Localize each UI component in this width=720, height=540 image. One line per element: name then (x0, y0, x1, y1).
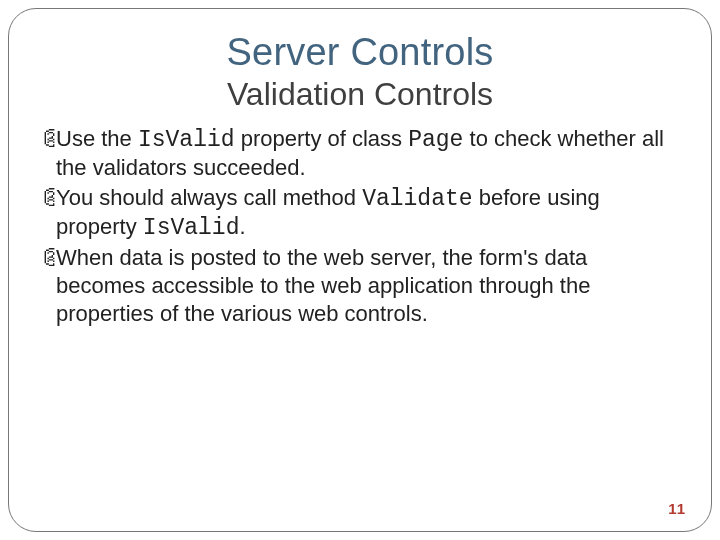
list-item: ༊ You should always call method Validate… (43, 184, 677, 242)
list-item: ༊ Use the IsValid property of class Page… (43, 125, 677, 182)
slide-subtitle: Validation Controls (43, 76, 677, 113)
bullet-icon: ༊ (43, 125, 54, 155)
code-run: IsValid (143, 215, 240, 241)
text-run: When data is posted to the web server, t… (56, 245, 590, 326)
bullet-text: You should always call method Validate b… (56, 184, 677, 242)
code-run: Page (408, 127, 463, 153)
bullet-text: Use the IsValid property of class Page t… (56, 125, 677, 182)
bullet-icon: ༊ (43, 244, 54, 274)
code-run: IsValid (138, 127, 235, 153)
list-item: ༊ When data is posted to the web server,… (43, 244, 677, 328)
text-run: You should always call method (56, 185, 362, 210)
code-run: Validate (362, 186, 472, 212)
bullet-icon: ༊ (43, 184, 54, 214)
slide-frame: Server Controls Validation Controls ༊ Us… (8, 8, 712, 532)
bullet-text: When data is posted to the web server, t… (56, 244, 677, 328)
text-run: Use the (56, 126, 138, 151)
text-run: property of class (235, 126, 409, 151)
slide-title: Server Controls (43, 31, 677, 74)
text-run: . (239, 214, 245, 239)
bullet-list: ༊ Use the IsValid property of class Page… (43, 125, 677, 328)
page-number: 11 (668, 500, 685, 517)
